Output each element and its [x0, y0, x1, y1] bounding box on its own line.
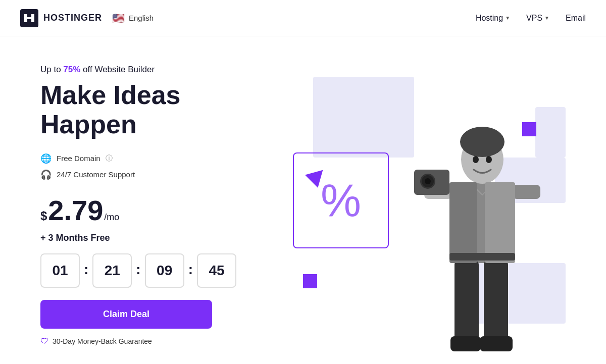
features-list: 🌐 Free Domain ⓘ 🎧 24/7 Customer Support: [40, 153, 283, 180]
info-icon[interactable]: ⓘ: [106, 154, 113, 163]
feature-support-text: 24/7 Customer Support: [57, 170, 135, 179]
hero-headline: Make Ideas Happen: [40, 81, 283, 138]
main-content: Up to 75% off Website Builder Make Ideas…: [0, 36, 606, 364]
svg-point-3: [460, 127, 504, 157]
deco-square-purple-bottom: [303, 274, 317, 288]
tagline-suffix: off Website Builder: [80, 65, 155, 74]
time-separator-2: :: [136, 262, 140, 278]
chevron-down-icon: ▼: [505, 15, 510, 21]
deco-rect-top: [313, 77, 414, 158]
chevron-down-icon: ▼: [544, 15, 549, 21]
nav-hosting[interactable]: Hosting ▼: [476, 14, 510, 23]
svg-rect-18: [449, 253, 515, 261]
feature-free-domain-text: Free Domain: [57, 154, 100, 163]
claim-deal-button[interactable]: Claim Deal: [40, 300, 212, 329]
nav-email-label: Email: [566, 14, 586, 23]
svg-rect-5: [484, 261, 508, 341]
tagline-prefix: Up to: [40, 65, 63, 74]
guarantee: 🛡 30-Day Money-Back Guarantee: [40, 337, 283, 346]
nav-email[interactable]: Email: [566, 14, 586, 23]
header: HOSTINGER 🇺🇸 English Hosting ▼ VPS ▼ Ema…: [0, 0, 606, 36]
countdown-hours: 01: [40, 253, 80, 288]
time-separator-1: :: [84, 262, 88, 278]
hero-right: %: [283, 36, 566, 364]
svg-point-13: [425, 178, 431, 184]
price-period: /mo: [104, 212, 119, 223]
percent-symbol: %: [321, 178, 361, 223]
time-separator-3: :: [188, 262, 193, 278]
feature-free-domain: 🌐 Free Domain ⓘ: [40, 153, 283, 164]
shield-icon: 🛡: [40, 337, 48, 346]
nav-vps[interactable]: VPS ▼: [526, 14, 549, 23]
svg-rect-6: [450, 336, 481, 351]
svg-rect-9: [513, 185, 540, 199]
price-row: $ 2.79 /mo: [40, 196, 283, 225]
svg-point-15: [486, 156, 492, 163]
countdown-seconds: 09: [145, 253, 184, 288]
countdown-milliseconds: 45: [197, 253, 236, 288]
hero-left: Up to 75% off Website Builder Make Ideas…: [40, 55, 283, 345]
svg-rect-4: [454, 261, 479, 341]
countdown-timer: 01 : 21 : 09 : 45: [40, 253, 283, 288]
header-left: HOSTINGER 🇺🇸 English: [20, 9, 154, 27]
logo[interactable]: HOSTINGER: [20, 9, 102, 27]
percent-discount-box: %: [293, 152, 389, 248]
person-figure: [409, 81, 550, 364]
globe-icon: 🌐: [40, 153, 52, 164]
nav-hosting-label: Hosting: [476, 14, 503, 23]
price-amount: 2.79: [48, 196, 103, 225]
svg-rect-17: [485, 182, 515, 263]
logo-icon: [20, 9, 38, 27]
flag-icon: 🇺🇸: [112, 12, 125, 24]
tagline: Up to 75% off Website Builder: [40, 65, 283, 75]
headset-icon: 🎧: [40, 169, 52, 180]
nav-vps-label: VPS: [526, 14, 542, 23]
price-dollar: $: [40, 209, 47, 223]
logo-text: HOSTINGER: [43, 13, 102, 23]
pricing: $ 2.79 /mo: [40, 196, 283, 225]
countdown-minutes: 21: [92, 253, 132, 288]
svg-point-14: [473, 156, 479, 163]
feature-support: 🎧 24/7 Customer Support: [40, 169, 283, 180]
svg-rect-16: [449, 182, 477, 263]
tagline-highlight: 75%: [63, 65, 80, 74]
svg-rect-7: [480, 336, 513, 351]
price-bonus: + 3 Months Free: [40, 233, 283, 243]
header-nav: Hosting ▼ VPS ▼ Email: [476, 14, 586, 23]
guarantee-text: 30-Day Money-Back Guarantee: [53, 337, 152, 345]
language-selector[interactable]: 🇺🇸 English: [112, 12, 154, 24]
lang-label: English: [129, 14, 154, 22]
